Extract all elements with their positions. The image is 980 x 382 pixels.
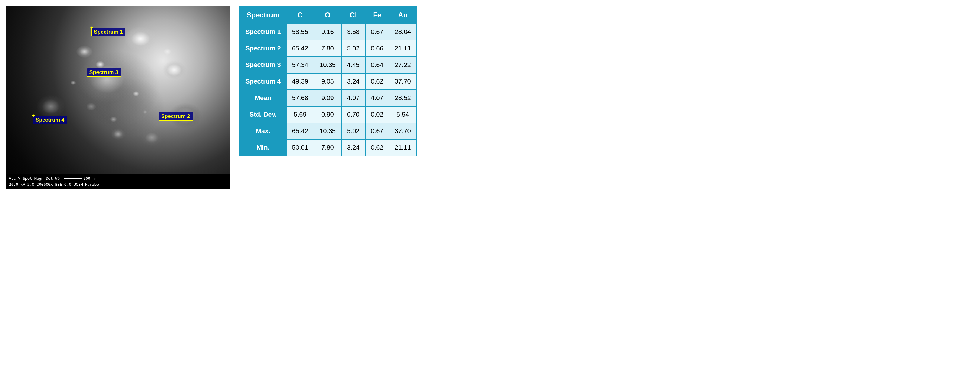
cell-o: 0.90 xyxy=(314,106,341,123)
col-header-au: Au xyxy=(389,6,417,24)
table-row: Min.50.017.803.240.6221.11 xyxy=(240,139,417,156)
cell-fe: 0.02 xyxy=(365,106,389,123)
scale-label: 200 nm xyxy=(83,176,97,181)
cell-cl: 4.45 xyxy=(341,57,365,73)
scale-line xyxy=(64,178,82,179)
table-header: SpectrumCOClFeAu xyxy=(240,6,417,24)
cell-o: 10.35 xyxy=(314,57,341,73)
cell-au: 37.70 xyxy=(389,73,417,90)
table-panel: SpectrumCOClFeAu Spectrum 158.559.163.58… xyxy=(239,6,417,156)
cell-cl: 5.02 xyxy=(341,40,365,57)
cell-au: 21.11 xyxy=(389,40,417,57)
cell-cl: 3.24 xyxy=(341,139,365,156)
cell-c: 5.69 xyxy=(286,106,314,123)
cell-c: 58.55 xyxy=(286,24,314,40)
col-header-spectrum: Spectrum xyxy=(240,6,286,24)
cell-cl: 3.58 xyxy=(341,24,365,40)
spectrum4-label: Spectrum 4 xyxy=(33,116,67,124)
row-label: Max. xyxy=(240,123,286,139)
col-header-cl: Cl xyxy=(341,6,365,24)
cell-fe: 0.64 xyxy=(365,57,389,73)
cell-cl: 5.02 xyxy=(341,123,365,139)
instrument-info: 20.0 kV 3.0 200000x BSE 6.0 UCEM Maribor xyxy=(9,181,101,188)
table-row: Spectrum 158.559.163.580.6728.04 xyxy=(240,24,417,40)
acc-v-label: Acc.V Spot Magn Det WD xyxy=(9,176,60,181)
table-row: Std. Dev.5.690.900.700.025.94 xyxy=(240,106,417,123)
cell-cl: 4.07 xyxy=(341,90,365,106)
cell-c: 50.01 xyxy=(286,139,314,156)
table-body: Spectrum 158.559.163.580.6728.04Spectrum… xyxy=(240,24,417,156)
image-panel: Acc.V Spot Magn Det WD 200 nm 20.0 kV 3.… xyxy=(6,6,230,189)
row-label: Spectrum 2 xyxy=(240,40,286,57)
cell-au: 21.11 xyxy=(389,139,417,156)
table-row: Spectrum 449.399.053.240.6237.70 xyxy=(240,73,417,90)
table-row: Spectrum 357.3410.354.450.6427.22 xyxy=(240,57,417,73)
cell-fe: 4.07 xyxy=(365,90,389,106)
cell-cl: 3.24 xyxy=(341,73,365,90)
row-label: Spectrum 4 xyxy=(240,73,286,90)
cell-c: 57.34 xyxy=(286,57,314,73)
cell-au: 37.70 xyxy=(389,123,417,139)
sem-image: Acc.V Spot Magn Det WD 200 nm 20.0 kV 3.… xyxy=(6,6,230,189)
cell-o: 9.16 xyxy=(314,24,341,40)
cell-o: 10.35 xyxy=(314,123,341,139)
cell-fe: 0.67 xyxy=(365,123,389,139)
cell-fe: 0.62 xyxy=(365,139,389,156)
spectrum3-label: Spectrum 3 xyxy=(87,68,121,77)
info-line-1: Acc.V Spot Magn Det WD 200 nm xyxy=(9,176,228,181)
main-container: Acc.V Spot Magn Det WD 200 nm 20.0 kV 3.… xyxy=(6,6,417,189)
cell-c: 65.42 xyxy=(286,40,314,57)
spectrum1-label: Spectrum 1 xyxy=(91,28,126,36)
table-row: Mean57.689.094.074.0728.52 xyxy=(240,90,417,106)
row-label: Spectrum 1 xyxy=(240,24,286,40)
cell-au: 5.94 xyxy=(389,106,417,123)
cell-au: 28.52 xyxy=(389,90,417,106)
col-header-fe: Fe xyxy=(365,6,389,24)
cell-o: 9.05 xyxy=(314,73,341,90)
scale-bar: 200 nm xyxy=(64,176,97,181)
cell-c: 65.42 xyxy=(286,123,314,139)
cell-au: 27.22 xyxy=(389,57,417,73)
info-bar: Acc.V Spot Magn Det WD 200 nm 20.0 kV 3.… xyxy=(6,174,230,189)
cell-fe: 0.67 xyxy=(365,24,389,40)
header-row: SpectrumCOClFeAu xyxy=(240,6,417,24)
cell-o: 7.80 xyxy=(314,139,341,156)
cell-fe: 0.66 xyxy=(365,40,389,57)
cell-fe: 0.62 xyxy=(365,73,389,90)
row-label: Min. xyxy=(240,139,286,156)
cell-o: 7.80 xyxy=(314,40,341,57)
table-row: Max.65.4210.355.020.6737.70 xyxy=(240,123,417,139)
cell-o: 9.09 xyxy=(314,90,341,106)
table-row: Spectrum 265.427.805.020.6621.11 xyxy=(240,40,417,57)
spectrum2-label: Spectrum 2 xyxy=(159,112,193,121)
info-line-2: 20.0 kV 3.0 200000x BSE 6.0 UCEM Maribor xyxy=(9,181,228,188)
cell-au: 28.04 xyxy=(389,24,417,40)
col-header-c: C xyxy=(286,6,314,24)
row-label: Mean xyxy=(240,90,286,106)
cell-c: 49.39 xyxy=(286,73,314,90)
data-table: SpectrumCOClFeAu Spectrum 158.559.163.58… xyxy=(239,6,417,156)
col-header-o: O xyxy=(314,6,341,24)
cell-c: 57.68 xyxy=(286,90,314,106)
row-label: Std. Dev. xyxy=(240,106,286,123)
cell-cl: 0.70 xyxy=(341,106,365,123)
row-label: Spectrum 3 xyxy=(240,57,286,73)
